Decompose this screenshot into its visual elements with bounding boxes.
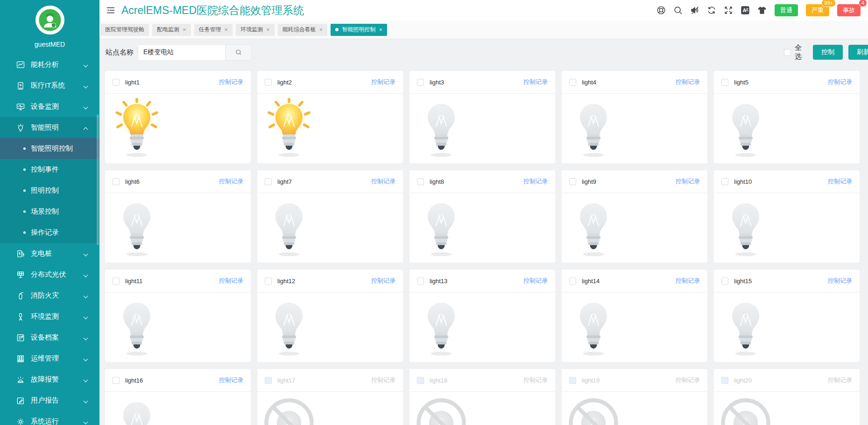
skin-icon[interactable]	[757, 5, 767, 15]
light-card-header: light5 控制记录	[714, 71, 860, 94]
control-record-link[interactable]: 控制记录	[219, 277, 243, 285]
light-checkbox[interactable]	[113, 278, 120, 285]
tab-close-icon[interactable]: ×	[266, 27, 270, 33]
control-record-link[interactable]: 控制记录	[219, 177, 243, 186]
tab-任务管理[interactable]: 任务管理×	[194, 24, 233, 36]
bulb-off-icon	[263, 195, 315, 260]
sidebar-subitem-智能照明控制[interactable]: 智能照明控制	[0, 138, 99, 159]
sidebar: guestMED 能耗分析 医疗IT系统 设备监测 智能照明 智能照明控制 控制…	[0, 0, 99, 425]
chevron-down-icon	[84, 294, 88, 299]
light-checkbox[interactable]	[569, 79, 576, 86]
light-checkbox[interactable]	[113, 377, 120, 384]
tab-能耗综合看板[interactable]: 能耗综合看板×	[278, 24, 328, 36]
chevron-down-icon	[84, 84, 88, 89]
select-all-checkbox[interactable]	[784, 49, 791, 56]
light-card-header: light2 控制记录	[257, 71, 403, 94]
light-checkbox[interactable]	[265, 178, 272, 185]
light-checkbox[interactable]	[569, 178, 576, 185]
sidebar-item-故障报警[interactable]: 故障报警	[0, 369, 99, 390]
control-record-link[interactable]: 控制记录	[219, 78, 243, 86]
light-name: light7	[277, 178, 292, 185]
light-checkbox[interactable]	[569, 278, 576, 285]
bulb-disabled-icon	[567, 394, 620, 425]
bulb-off-image	[111, 195, 163, 260]
lifebuoy-icon[interactable]	[656, 5, 666, 15]
light-checkbox[interactable]	[265, 79, 272, 86]
control-record-link[interactable]: 控制记录	[828, 78, 852, 86]
control-record-link[interactable]: 控制记录	[523, 277, 548, 285]
light-checkbox[interactable]	[417, 79, 424, 86]
light-card-body	[105, 94, 251, 163]
bulb-on-icon	[111, 96, 163, 161]
light-checkbox[interactable]	[417, 178, 424, 185]
sidebar-subitem-操作记录[interactable]: 操作记录	[0, 222, 99, 243]
sidebar-subitem-label: 照明控制	[31, 186, 59, 195]
control-record-link[interactable]: 控制记录	[676, 78, 700, 86]
sidebar-item-分布式光伏[interactable]: 分布式光伏	[0, 264, 99, 285]
translate-icon[interactable]: A	[740, 5, 750, 15]
light-checkbox[interactable]	[113, 178, 120, 185]
sidebar-item-充电桩[interactable]: 充电桩	[0, 243, 99, 264]
light-checkbox[interactable]	[265, 278, 272, 285]
tab-医院管理驾驶舱[interactable]: 医院管理驾驶舱	[100, 24, 149, 36]
tab-close-icon[interactable]: ×	[183, 27, 186, 33]
control-record-link[interactable]: 控制记录	[371, 277, 395, 285]
tab-环境监测[interactable]: 环境监测×	[236, 24, 275, 36]
alarm-badge-事故[interactable]: 事故4	[837, 4, 861, 16]
sidebar-item-label: 环境监测	[31, 312, 59, 321]
sidebar-item-能耗分析[interactable]: 能耗分析	[0, 54, 99, 75]
light-checkbox[interactable]	[113, 79, 120, 86]
light-checkbox[interactable]	[721, 178, 728, 185]
bulb-off-icon	[415, 96, 467, 161]
site-search-button[interactable]	[225, 44, 252, 61]
control-record-link[interactable]: 控制记录	[523, 177, 548, 186]
control-record-link[interactable]: 控制记录	[828, 277, 852, 285]
alarm-badge-普通[interactable]: 普通	[775, 4, 798, 16]
sidebar-subitem-控制事件[interactable]: 控制事件	[0, 159, 99, 180]
light-checkbox[interactable]	[417, 278, 424, 285]
menu-collapse-icon[interactable]	[106, 5, 116, 15]
tab-close-icon[interactable]: ×	[319, 27, 323, 33]
light-checkbox[interactable]	[721, 79, 728, 86]
sidebar-item-医疗IT系统[interactable]: 医疗IT系统	[0, 75, 99, 96]
sidebar-item-环境监测[interactable]: 环境监测	[0, 306, 99, 327]
tab-智能照明控制[interactable]: 智能照明控制×	[331, 24, 387, 36]
sidebar-item-运维管理[interactable]: 运维管理	[0, 348, 99, 369]
sidebar-item-消防火灾[interactable]: 消防火灾	[0, 285, 99, 306]
control-record-link[interactable]: 控制记录	[219, 376, 243, 384]
sidebar-item-智能照明[interactable]: 智能照明	[0, 117, 99, 138]
tab-close-icon[interactable]: ×	[225, 27, 228, 33]
chevron-down-icon	[84, 420, 88, 425]
sidebar-subitem-场景控制[interactable]: 场景控制	[0, 201, 99, 222]
site-name-input[interactable]	[138, 44, 225, 61]
sidebar-item-设备档案[interactable]: 设备档案	[0, 327, 99, 348]
light-checkbox[interactable]	[721, 278, 728, 285]
control-record-link[interactable]: 控制记录	[371, 177, 395, 186]
control-record-link[interactable]: 控制记录	[676, 177, 700, 186]
alarm-badge-严重[interactable]: 严重99+	[806, 4, 829, 16]
sidebar-subitem-照明控制[interactable]: 照明控制	[0, 180, 99, 201]
control-record-link[interactable]: 控制记录	[523, 78, 548, 86]
username: guestMED	[0, 41, 99, 48]
chevron-down-icon	[84, 399, 88, 404]
control-record-link[interactable]: 控制记录	[371, 78, 395, 86]
tab-close-icon[interactable]: ×	[379, 27, 382, 33]
light-name: light6	[125, 178, 140, 185]
control-button[interactable]: 控制	[813, 45, 843, 60]
sidebar-item-用户报告[interactable]: 用户报告	[0, 390, 99, 411]
bulb-off-icon	[720, 96, 772, 161]
sidebar-item-设备监测[interactable]: 设备监测	[0, 96, 99, 117]
refresh-icon[interactable]	[706, 5, 717, 15]
tab-配电监测[interactable]: 配电监测×	[152, 24, 191, 36]
fullscreen-icon[interactable]	[723, 5, 734, 15]
sidebar-scrollbar[interactable]	[97, 114, 99, 245]
light-card-body	[409, 293, 555, 362]
control-record-link[interactable]: 控制记录	[676, 277, 700, 285]
search-icon[interactable]	[673, 5, 683, 15]
refresh-button[interactable]: 刷新	[848, 45, 868, 60]
chevron-down-icon	[84, 273, 88, 278]
sound-muted-icon[interactable]	[690, 5, 700, 15]
sidebar-item-系统运行[interactable]: 系统运行	[0, 411, 99, 425]
control-record-link[interactable]: 控制记录	[828, 177, 852, 186]
smart-lighting-icon	[16, 123, 25, 132]
